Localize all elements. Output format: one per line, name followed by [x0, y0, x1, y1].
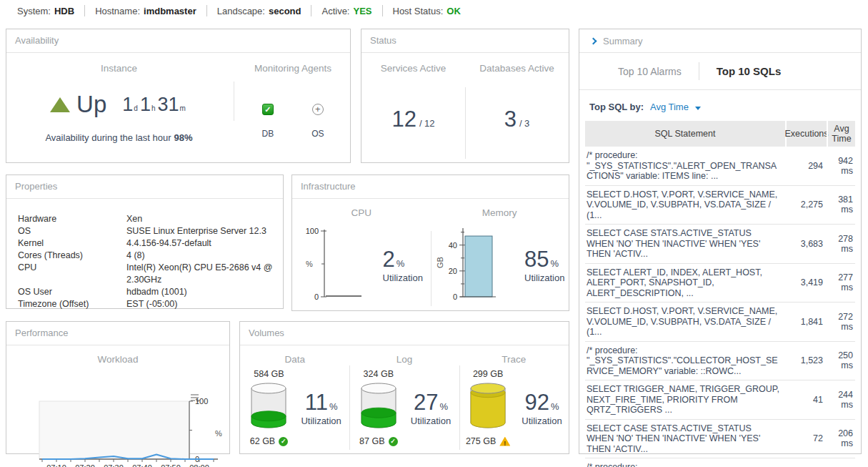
executions-cell: 3,683 [785, 225, 827, 263]
agent-os: OS [311, 104, 324, 139]
property-label: CPU [18, 262, 126, 286]
volume-utilization-pct: 27 [414, 390, 438, 415]
summary-title-row: Summary [579, 29, 861, 53]
summary-tab[interactable]: Top 10 SQLs [699, 62, 799, 80]
volume-section: Trace 299 GB 275 GB 92% Utiliz [459, 345, 569, 453]
panel-title: Properties [6, 175, 283, 199]
sql-statement-cell: SELECT CASE STATS.ACTIVE_STATUS WHEN 'NO… [585, 225, 785, 263]
summary-tab[interactable]: Top 10 Alarms [601, 63, 699, 80]
property-value: SUSE Linux Enterprise Server 12.3 [126, 225, 276, 237]
volume-status-icon [279, 437, 288, 446]
memory-utilization-caption: Utilization [524, 272, 564, 283]
volume-utilization-pct: 92 [524, 390, 549, 415]
table-row[interactable]: SELECT ALERT_ID, INDEX, ALERT_HOST, ALER… [585, 264, 855, 303]
volume-section: Data 584 GB 62 GB 11% Utilizat [240, 345, 349, 453]
info-value: second [269, 6, 301, 16]
property-row: Kernel 4.4.156-94.57-default [18, 237, 276, 250]
volume-utilization-caption: Utilization [411, 416, 451, 426]
infrastructure-panel: Infrastructure CPU 0100% 2% Utilization … [291, 174, 569, 311]
instance-section: Instance Up 1d1h31m Availability during … [6, 53, 231, 143]
volume-label: Log [349, 354, 459, 365]
column-header-avg-time[interactable]: Avg Time [827, 121, 855, 147]
table-row[interactable]: SELECT CASE STATS.ACTIVE_STATUS WHEN 'NO… [585, 420, 855, 459]
svg-text:0: 0 [314, 293, 318, 301]
avg-time-cell: 942ms [827, 147, 855, 185]
table-row[interactable]: SELECT TRIGGER_NAME, TRIGGER_GROUP, NEXT… [585, 380, 855, 420]
section-divider [234, 82, 234, 121]
info-label: System: [17, 6, 51, 16]
property-label: Hardware [18, 213, 126, 225]
svg-text:100: 100 [195, 397, 208, 405]
table-row[interactable]: SELECT D.HOST, V.PORT, V.SERVICE_NAME, V… [585, 303, 855, 342]
volume-used-size: 275 GB [466, 436, 496, 446]
services-active-section: Services Active 12/ 12 [361, 53, 465, 132]
property-label: OS User [18, 286, 126, 298]
table-row[interactable]: SELECT CASE STATS.ACTIVE_STATUS WHEN 'NO… [585, 225, 855, 264]
svg-text:%: % [215, 429, 222, 438]
volume-utilization-caption: Utilization [522, 416, 562, 426]
avg-time-cell: 381ms [827, 186, 855, 225]
agent-name: OS [311, 129, 324, 139]
volume-status-icon [499, 437, 510, 446]
summary-tabs: Top 10 Alarms Top 10 SQLs [579, 53, 861, 90]
caret-down-icon[interactable] [695, 107, 701, 110]
cpu-utilization-caption: Utilization [383, 272, 423, 283]
property-row: CPU Intel(R) Xeon(R) CPU E5-2686 v4 @ 2.… [18, 262, 276, 286]
avg-time-cell: 206ms [827, 420, 855, 458]
info-value: imdbmaster [144, 6, 196, 16]
executions-cell: 72 [785, 420, 827, 458]
volume-label: Data [240, 354, 349, 365]
workload-chart-title: Workload [6, 354, 229, 365]
top-sql-table: SQL Statement Executions Avg Time /* pro… [585, 121, 855, 467]
sql-statement-cell: SELECT TRIGGER_NAME, TRIGGER_GROUP, NEXT… [585, 380, 785, 419]
svg-text:07:20: 07:20 [75, 463, 95, 467]
volume-used-size: 87 GB [359, 436, 384, 446]
table-row[interactable]: /* procedure: "_SYS_STATISTICS"."COLLECT… [585, 342, 855, 381]
filter-value-dropdown[interactable]: Avg Time [650, 102, 689, 112]
sql-statement-cell: SELECT ALERT_ID, INDEX, ALERT_HOST, ALER… [585, 264, 785, 303]
column-header-executions[interactable]: Executions [785, 121, 827, 147]
panel-title: Availability [6, 29, 350, 53]
table-body: /* procedure: "_SYS_STATISTICS"."ALERT_O… [585, 147, 855, 467]
status-panel: Status Services Active 12/ 12 Databases … [361, 29, 569, 163]
property-value: Intel(R) Xeon(R) CPU E5-2686 v4 @ 2.30GH… [126, 262, 276, 286]
volume-cylinder-icon [467, 381, 509, 431]
memory-utilization-value: 85 [524, 247, 549, 272]
monitoring-agents-section: Monitoring Agents DB OS [236, 53, 350, 139]
performance-panel: Performance Workload 0100%07:1007:2007:3… [6, 321, 230, 454]
svg-text:07:40: 07:40 [132, 463, 152, 467]
svg-text:40: 40 [449, 241, 457, 250]
volume-cylinder-icon [248, 381, 289, 431]
volume-total-size: 299 GB [466, 369, 510, 379]
property-row: Hardware Xen [18, 213, 276, 225]
up-status-triangle-icon [50, 97, 70, 112]
system-info-item: Host Status: OK [382, 5, 471, 16]
executions-cell: 1,523 [785, 342, 827, 380]
databases-active-value: 3 [504, 107, 517, 132]
os-agent-add-icon[interactable] [312, 104, 324, 115]
svg-text:07:50: 07:50 [161, 463, 181, 467]
property-row: Cores (Threads) 4 (8) [18, 250, 276, 262]
executions-cell: 1,465 [785, 458, 827, 467]
system-info-item: Landscape: second [206, 5, 311, 16]
properties-panel: Properties Hardware Xen OS SUSE Linux En… [6, 174, 284, 309]
collapse-chevron-icon[interactable] [590, 37, 597, 44]
summary-panel: Summary Top 10 Alarms Top 10 SQLs Top SQ… [579, 29, 862, 454]
avg-time-cell: 277ms [827, 264, 855, 303]
table-row[interactable]: /* procedure: "_SYS_STATISTICS"."ALERT_C… [585, 458, 855, 467]
volume-status-icon [389, 437, 398, 446]
table-row[interactable]: /* procedure: "_SYS_STATISTICS"."ALERT_O… [585, 147, 855, 186]
table-row[interactable]: SELECT D.HOST, V.PORT, V.SERVICE_NAME, V… [585, 186, 855, 225]
column-header-sql-statement[interactable]: SQL Statement [585, 121, 785, 147]
properties-list: Hardware Xen OS SUSE Linux Enterprise Se… [6, 199, 283, 310]
property-value: 4.4.156-94.57-default [126, 237, 276, 250]
executions-cell: 2,275 [785, 186, 827, 225]
property-label: Cores (Threads) [18, 250, 126, 262]
svg-text:100: 100 [305, 227, 318, 235]
sql-statement-cell: /* procedure: "_SYS_STATISTICS"."ALERT_O… [585, 147, 785, 185]
memory-section: Memory GB02040 85% Utilization [431, 199, 569, 307]
volume-utilization-caption: Utilization [301, 416, 341, 426]
executions-cell: 41 [785, 380, 827, 419]
avg-time-cell: 250ms [827, 342, 855, 380]
databases-active-section: Databases Active 3/ 3 [465, 53, 569, 132]
